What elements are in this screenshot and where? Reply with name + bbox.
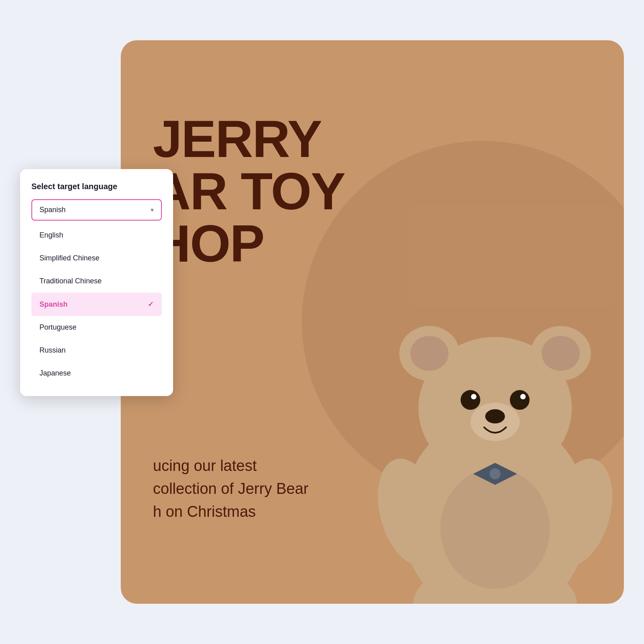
svg-point-3 [410, 336, 448, 371]
svg-point-17 [489, 469, 500, 479]
language-selector-card: Select target language Spanish ▾ English… [20, 169, 173, 396]
banner-subtitle-line3: h on Christmas [153, 500, 309, 523]
svg-point-16 [485, 409, 505, 423]
language-option-label: Spanish [39, 300, 68, 309]
language-option[interactable]: Spanish✓ [31, 293, 162, 316]
svg-point-12 [510, 390, 530, 410]
language-dropdown-list: EnglishSimplified ChineseTraditional Chi… [31, 224, 162, 385]
bear-image [322, 40, 624, 604]
svg-point-14 [520, 394, 526, 400]
banner-title-line2: AR TOY [153, 165, 345, 217]
language-select-trigger[interactable]: Spanish ▾ [31, 199, 162, 221]
bear-svg [358, 298, 624, 604]
svg-point-10 [440, 469, 550, 589]
banner-subtitle: ucing our latest collection of Jerry Bea… [153, 454, 309, 523]
banner-subtitle-line2: collection of Jerry Bear [153, 477, 309, 500]
banner-subtitle-line1: ucing our latest [153, 454, 309, 477]
dropdown-label: Select target language [31, 182, 162, 191]
language-option[interactable]: Japanese [31, 362, 162, 385]
svg-point-5 [542, 336, 580, 371]
language-option-label: Japanese [39, 369, 71, 378]
language-option[interactable]: Russian [31, 339, 162, 362]
language-option-label: English [39, 231, 63, 239]
banner-background: JERRY AR TOY HOP ucing our latest collec… [121, 40, 624, 604]
selected-language-value: Spanish [39, 206, 66, 214]
language-option[interactable]: Simplified Chinese [31, 247, 162, 270]
banner-title: JERRY AR TOY HOP [153, 113, 345, 270]
banner-title-line3: HOP [153, 217, 345, 270]
language-option-label: Simplified Chinese [39, 254, 99, 262]
chevron-down-icon: ▾ [151, 206, 154, 214]
language-option[interactable]: English [31, 224, 162, 247]
language-option-label: Traditional Chinese [39, 277, 101, 285]
svg-point-11 [460, 390, 480, 410]
language-option[interactable]: Traditional Chinese [31, 270, 162, 293]
language-option-label: Russian [39, 346, 66, 355]
language-option-label: Portuguese [39, 323, 76, 332]
banner-title-line1: JERRY [153, 113, 345, 165]
svg-point-13 [471, 394, 477, 400]
language-option[interactable]: Portuguese [31, 316, 162, 339]
checkmark-icon: ✓ [148, 300, 154, 309]
